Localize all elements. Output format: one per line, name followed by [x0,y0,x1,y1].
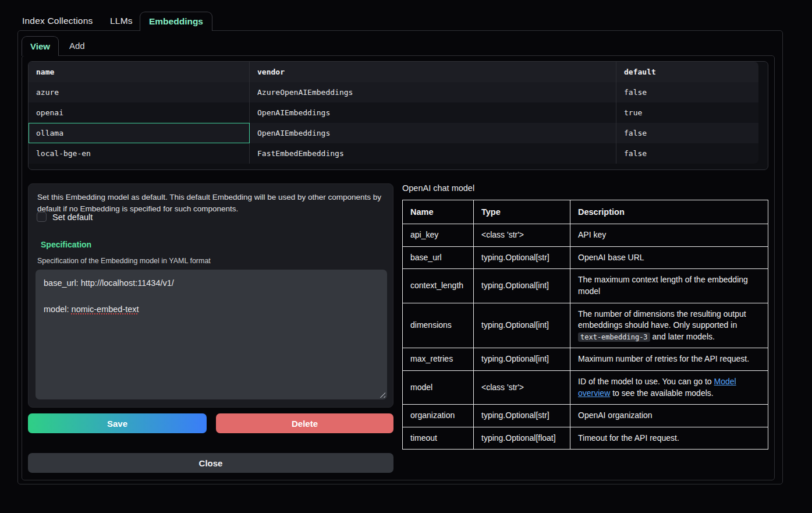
schema-cell-name: model [403,371,474,405]
schema-cell-type: typing.Optional[int] [474,348,570,371]
tab-add[interactable]: Add [69,41,85,51]
schema-cell-description: API key [570,224,768,247]
schema-row: context_lengthtyping.Optional[int]The ma… [403,269,768,303]
schema-cell-name: base_url [403,246,474,269]
schema-cell-type: typing.Optional[int] [474,269,570,303]
set-default-checkbox-row[interactable]: Set default [37,212,93,222]
schema-row: base_urltyping.Optional[str]OpenAI base … [403,246,768,269]
schema-cell-description: Maximum number of retries for the API re… [570,348,768,371]
cell-default[interactable]: false [616,123,758,143]
specification-description: Specification of the Embedding model in … [37,257,211,265]
set-default-label[interactable]: Set default [52,213,93,222]
column-header-vendor: vendor [250,62,616,82]
schema-cell-type: <class 'str'> [474,224,570,247]
yaml-model-value: nomic-embed-text [72,305,139,314]
schema-row: api_key<class 'str'>API key [403,224,768,247]
schema-table: Name Type Description api_key<class 'str… [402,200,768,450]
schema-column-type: Type [474,200,570,224]
close-button[interactable]: Close [28,453,393,473]
tab-view[interactable]: View [22,36,59,56]
tab-embeddings[interactable]: Embeddings [140,12,212,31]
set-default-checkbox[interactable] [37,212,47,222]
schema-cell-description: OpenAI organization [570,405,768,427]
specification-heading: Specification [41,240,91,249]
schema-panel-title: OpenAI chat model [402,183,474,193]
schema-row: dimensionstyping.Optional[int]The number… [403,303,768,348]
inline-code: text-embedding-3 [578,332,650,342]
model-overview-link[interactable]: Model overview [578,377,736,398]
schema-cell-name: dimensions [403,303,474,348]
column-header-name: name [29,62,250,82]
delete-button[interactable]: Delete [216,413,393,433]
cell-vendor[interactable]: FastEmbedEmbeddings [250,143,616,164]
schema-cell-type: <class 'str'> [474,371,570,405]
table-header-row: name vendor default [29,62,758,82]
schema-cell-type: typing.Optional[str] [474,405,570,427]
schema-row: timeouttyping.Optional[float]Timeout for… [403,427,768,450]
textarea-resize-handle[interactable] [379,391,385,398]
schema-cell-name: organization [403,405,474,427]
schema-cell-description: ID of the model to use. You can go to Mo… [570,371,768,405]
tab-index-collections[interactable]: Index Collections [22,16,93,26]
tab-llms[interactable]: LLMs [110,16,133,26]
schema-cell-description: The number of dimensions the resulting o… [570,303,768,348]
cell-default[interactable]: true [616,102,758,123]
schema-row: model<class 'str'>ID of the model to use… [403,371,768,405]
cell-default[interactable]: false [616,143,758,164]
schema-cell-description: The maximum context length of the embedd… [570,269,768,303]
schema-cell-name: api_key [403,224,474,247]
cell-default[interactable]: false [616,82,758,102]
save-button[interactable]: Save [28,413,207,433]
cell-vendor[interactable]: OpenAIEmbeddings [250,123,616,143]
schema-cell-type: typing.Optional[int] [474,303,570,348]
schema-cell-description: OpenAI base URL [570,246,768,269]
schema-cell-name: context_length [403,269,474,303]
embeddings-table-inner: name vendor default azureAzureOpenAIEmbe… [29,62,758,164]
cell-name[interactable]: ollama [29,123,250,143]
schema-cell-name: max_retries [403,348,474,371]
schema-column-name: Name [403,200,474,224]
table-row[interactable]: ollamaOpenAIEmbeddingsfalse [29,123,758,143]
embeddings-table: name vendor default azureAzureOpenAIEmbe… [28,61,768,170]
schema-row: max_retriestyping.Optional[int]Maximum n… [403,348,768,371]
schema-header-row: Name Type Description [403,200,768,224]
column-header-default: default [616,62,758,82]
schema-cell-description: Timeout for the API request. [570,427,768,450]
cell-vendor[interactable]: AzureOpenAIEmbeddings [250,82,616,102]
cell-vendor[interactable]: OpenAIEmbeddings [250,102,616,123]
specification-textarea[interactable]: base_url: http://localhost:11434/v1/ mod… [36,270,387,399]
embeddings-table-body: azureAzureOpenAIEmbeddingsfalseopenaiOpe… [29,82,758,164]
schema-cell-type: typing.Optional[float] [474,427,570,450]
table-row[interactable]: local-bge-enFastEmbedEmbeddingsfalse [29,143,758,164]
schema-cell-type: typing.Optional[str] [474,246,570,269]
table-row[interactable]: openaiOpenAIEmbeddingstrue [29,102,758,123]
embedding-detail-panel: Set this Embedding model as default. Thi… [28,183,393,408]
schema-cell-name: timeout [403,427,474,450]
cell-name[interactable]: local-bge-en [29,143,250,164]
schema-column-description: Description [570,200,768,224]
cell-name[interactable]: openai [29,102,250,123]
yaml-line-1: base_url: http://localhost:11434/v1/ [44,278,174,288]
yaml-line-2-prefix: model: [44,305,72,314]
table-row[interactable]: azureAzureOpenAIEmbeddingsfalse [29,82,758,102]
schema-row: organizationtyping.Optional[str]OpenAI o… [403,405,768,427]
cell-name[interactable]: azure [29,82,250,102]
